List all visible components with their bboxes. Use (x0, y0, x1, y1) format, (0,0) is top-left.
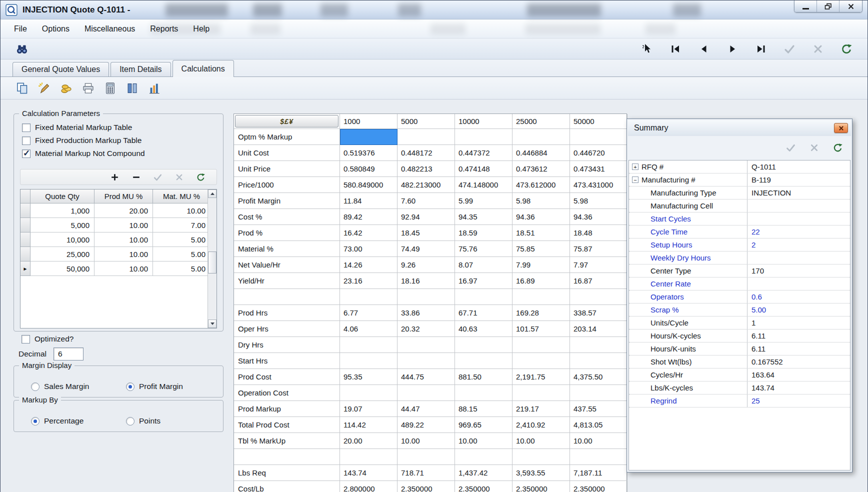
scroll-up-button[interactable] (208, 190, 216, 198)
cell[interactable]: 2,410.92 (512, 417, 570, 433)
cell[interactable]: 19.07 (340, 401, 398, 417)
first-record-icon[interactable] (670, 43, 682, 55)
cell[interactable]: 16.97 (455, 273, 512, 289)
radio-profit-margin[interactable] (126, 382, 134, 391)
cell[interactable]: 6.77 (340, 305, 398, 321)
cell[interactable] (455, 337, 512, 353)
summary-value[interactable]: 0.6 (747, 290, 850, 303)
table-row[interactable]: 5,00010.007.00 (20, 218, 216, 232)
cell[interactable]: 94.36 (570, 209, 628, 225)
cell[interactable] (398, 385, 455, 401)
quantity-column-header[interactable]: 5000 (398, 114, 455, 129)
cell[interactable] (455, 353, 512, 369)
coins-icon[interactable] (60, 82, 73, 95)
cell[interactable] (398, 353, 455, 369)
cell[interactable] (398, 289, 455, 305)
cancel-icon[interactable] (809, 142, 820, 153)
cell[interactable]: 74.49 (398, 241, 455, 257)
decimal-input[interactable] (54, 348, 84, 360)
cell[interactable]: 4.06 (340, 321, 398, 337)
cell[interactable]: 0.580849 (340, 161, 398, 177)
remove-icon[interactable] (132, 172, 141, 182)
cell[interactable]: 16.87 (570, 273, 628, 289)
scroll-down-button[interactable] (208, 320, 216, 328)
optimized-checkbox[interactable] (22, 335, 30, 344)
table-row[interactable]: ►50,00010.005.00 (20, 262, 216, 276)
cell[interactable] (570, 449, 628, 465)
summary-value[interactable]: INJECTION (747, 186, 850, 199)
menu-item-reports[interactable]: Reports (142, 21, 186, 37)
cell[interactable]: 7,187.11 (570, 465, 628, 481)
summary-label[interactable]: Regrind (638, 396, 747, 405)
cell[interactable] (455, 129, 512, 145)
radio-option-points[interactable]: Points (126, 416, 221, 426)
summary-label[interactable]: Center Rate (638, 280, 747, 288)
accept-icon[interactable] (153, 172, 162, 182)
cell[interactable] (340, 129, 398, 145)
cell[interactable]: 67.71 (455, 305, 512, 321)
cell[interactable] (512, 129, 570, 145)
tab-general-quote-values[interactable]: General Quote Values (12, 62, 109, 76)
expand-icon[interactable]: + (632, 164, 638, 170)
cell[interactable]: 10.00 (94, 262, 153, 276)
cell[interactable]: 10,000 (30, 232, 94, 247)
tab-item-details[interactable]: Item Details (110, 62, 170, 76)
minimize-button[interactable] (794, 0, 817, 12)
cell[interactable]: 2,191.75 (512, 369, 570, 385)
cell[interactable] (340, 449, 398, 465)
cell[interactable]: 7.99 (512, 257, 570, 273)
radio-option-percentage[interactable]: Percentage (31, 416, 126, 426)
summary-value[interactable]: 1 (747, 316, 850, 329)
cell[interactable]: 101.57 (512, 321, 570, 337)
summary-close-button[interactable] (834, 123, 848, 133)
quantity-column-header[interactable]: 50000 (570, 114, 628, 129)
cell[interactable]: 10.00 (153, 204, 210, 218)
cell[interactable]: 5.98 (570, 193, 628, 209)
summary-value[interactable]: 5.00 (747, 304, 850, 316)
cell[interactable]: 1,437.42 (455, 465, 512, 481)
radio-option-profit-margin[interactable]: Profit Margin (126, 382, 221, 391)
cell[interactable]: 33.86 (398, 305, 455, 321)
cell[interactable]: 5.00 (153, 232, 210, 247)
cell[interactable]: 10.00 (94, 218, 153, 232)
summary-label[interactable]: Scrap % (638, 306, 747, 314)
collapse-icon[interactable]: − (632, 176, 638, 183)
summary-label[interactable]: Start Cycles (638, 214, 747, 223)
refresh-icon[interactable] (840, 43, 852, 55)
cell[interactable]: 0.473612 (512, 161, 570, 177)
cell[interactable]: 2.800000 (340, 481, 398, 492)
cell[interactable]: 18.48 (570, 225, 628, 241)
cell[interactable]: 5.00 (153, 262, 210, 276)
cancel-icon[interactable] (174, 172, 184, 182)
last-record-icon[interactable] (755, 43, 767, 55)
cell[interactable]: 94.36 (512, 209, 570, 225)
cell[interactable] (512, 449, 570, 465)
cell[interactable]: 473.612000 (512, 177, 570, 193)
cell[interactable]: 3,593.55 (512, 465, 570, 481)
cell[interactable]: 88.15 (455, 401, 512, 417)
radio-percentage[interactable] (31, 417, 40, 426)
cell[interactable]: 16.89 (512, 273, 570, 289)
summary-value[interactable]: 170 (747, 264, 850, 277)
cell[interactable]: 114.42 (340, 417, 398, 433)
cell[interactable]: 89.42 (340, 209, 398, 225)
summary-label[interactable]: Cycle Time (638, 228, 747, 236)
accept-icon[interactable] (784, 43, 796, 55)
cell[interactable] (570, 385, 628, 401)
cell[interactable]: 203.14 (570, 321, 628, 337)
cell[interactable]: 18.16 (398, 273, 455, 289)
cell[interactable]: 881.50 (455, 369, 512, 385)
close-button[interactable] (840, 0, 862, 12)
cell[interactable]: 437.55 (570, 401, 628, 417)
quantity-column-header[interactable]: 1000 (340, 114, 398, 129)
tab-calculations[interactable]: Calculations (172, 60, 234, 77)
maximize-button[interactable] (817, 0, 840, 12)
quantity-column-header[interactable]: 25000 (512, 114, 570, 129)
cell[interactable]: 75.76 (455, 241, 512, 257)
cell[interactable]: 0.447372 (455, 145, 512, 161)
checkbox-fixed-material-markup-table[interactable] (22, 124, 30, 132)
summary-label[interactable]: Setup Hours (638, 240, 747, 249)
summary-value[interactable]: 143.74 (747, 382, 850, 394)
cell[interactable]: 4,375.50 (570, 369, 628, 385)
cell[interactable]: 219.17 (512, 401, 570, 417)
